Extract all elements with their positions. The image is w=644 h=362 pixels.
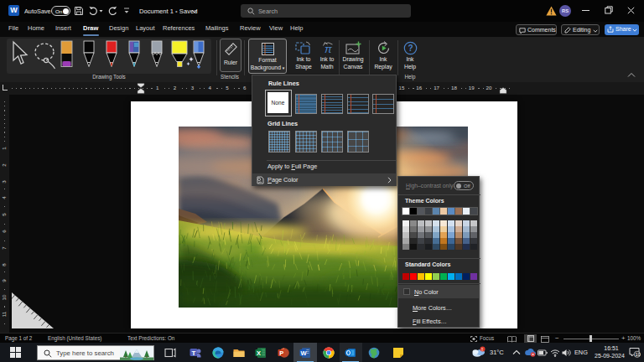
svg-text:W: W bbox=[300, 349, 307, 357]
svg-text:π: π bbox=[325, 43, 332, 55]
svg-text:?: ? bbox=[408, 44, 413, 53]
svg-text:P: P bbox=[279, 349, 283, 357]
svg-text:X: X bbox=[257, 349, 261, 357]
svg-text:10: 10 bbox=[636, 352, 641, 357]
svg-text:T: T bbox=[192, 349, 196, 357]
